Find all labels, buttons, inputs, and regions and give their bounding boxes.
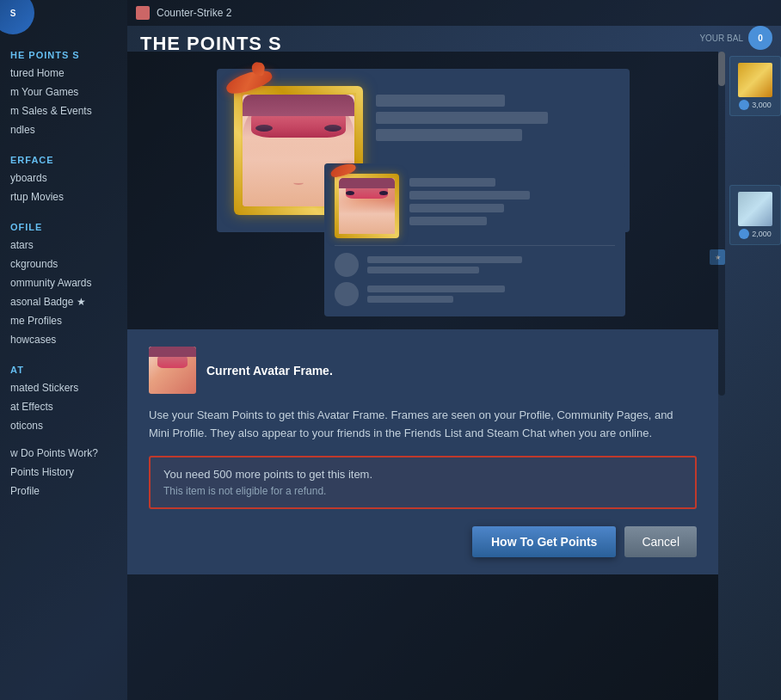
sidebar-item-startup-movies[interactable]: rtup Movies [0, 187, 127, 206]
sidebar-item-featured-home[interactable]: tured Home [0, 64, 127, 83]
scrollbar[interactable] [718, 52, 725, 396]
balance-area: YOUR BAL 0 [699, 26, 772, 50]
sidebar-item-keyboards[interactable]: yboards [0, 169, 127, 187]
bottom-lines-1 [367, 256, 522, 273]
right-panel: 3,000 ★ 2,000 [725, 52, 781, 249]
sidebar-item-chat-effects[interactable]: at Effects [0, 397, 127, 416]
sidebar-header-interface: ERFACE [0, 148, 127, 169]
sidebar-section-chat: AT mated Stickers at Effects oticons [0, 358, 127, 435]
bottom-circle-1 [335, 253, 359, 277]
profile-info-large [376, 86, 612, 141]
game-icon [136, 6, 150, 20]
game-title: Counter-Strike 2 [157, 7, 231, 19]
current-avatar-thumb [149, 347, 196, 394]
warning-main-text: You need 500 more points to get this ite… [163, 468, 682, 481]
sidebar-item-community-awards[interactable]: ommunity Awards [0, 273, 127, 292]
info-name [376, 95, 505, 107]
small-info-sub2 [409, 204, 504, 212]
balance-circle: 0 [748, 26, 772, 50]
sidebar-item-profile[interactable]: Profile [0, 482, 127, 500]
item-image-1 [738, 63, 772, 97]
sidebar-section-profile: OFILE atars ckgrounds ommunity Awards as… [0, 215, 127, 349]
info-sub2 [376, 129, 522, 141]
sidebar-item-game-profiles[interactable]: me Profiles [0, 311, 127, 330]
sidebar: S HE POINTS S tured Home m Your Games m … [0, 0, 127, 700]
sidebar-item-avatars[interactable]: atars [0, 236, 127, 255]
small-card-top [335, 174, 615, 238]
small-info-name [409, 178, 495, 187]
modal-content: Current Avatar Frame. Use your Steam Poi… [127, 329, 718, 574]
profile-card-small [324, 163, 625, 316]
sidebar-section-store: HE POINTS S tured Home m Your Games m Sa… [0, 43, 127, 139]
sidebar-item-how-do-points[interactable]: w Do Points Work? [0, 444, 127, 463]
item-price-2: 2,000 [752, 230, 772, 238]
price-bubble-1: 3,000 [739, 100, 772, 110]
bottom-row-1 [335, 253, 615, 277]
warning-box: You need 500 more points to get this ite… [149, 456, 697, 509]
bottom-line-1 [367, 256, 522, 263]
right-item-1[interactable]: 3,000 [729, 56, 781, 116]
sidebar-section-help: w Do Points Work? Points History Profile [0, 444, 127, 500]
steam-logo: S [0, 0, 34, 34]
bottom-row-2 [335, 282, 615, 306]
topbar: Counter-Strike 2 [127, 0, 781, 26]
dragon-ornament-small [330, 165, 356, 175]
small-info-sub3 [409, 217, 487, 225]
price-bubble-2: 2,000 [739, 229, 772, 239]
sidebar-header-profile: OFILE [0, 215, 127, 236]
how-to-get-points-button[interactable]: How To Get Points [472, 526, 616, 557]
right-item-2[interactable]: 2,000 [729, 185, 781, 245]
warning-sub-text: This item is not eligible for a refund. [163, 485, 682, 497]
avatar-image-small [339, 178, 395, 234]
small-card-bottom [335, 245, 615, 306]
sidebar-item-backgrounds[interactable]: ckgrounds [0, 255, 127, 273]
small-profile-info [409, 174, 615, 225]
bottom-line-2 [367, 267, 479, 273]
item-image-2 [738, 192, 772, 226]
sidebar-header-chat: AT [0, 358, 127, 378]
small-info-sub1 [409, 191, 530, 200]
scrollbar-thumb[interactable] [718, 52, 725, 86]
sidebar-item-your-games[interactable]: m Your Games [0, 83, 127, 101]
steam-logo-area: S [0, 0, 69, 39]
cancel-button[interactable]: Cancel [624, 526, 697, 557]
balance-label: YOUR BAL [699, 34, 743, 43]
sidebar-item-points-history[interactable]: Points History [0, 463, 127, 482]
sidebar-item-showcases[interactable]: howcases [0, 330, 127, 349]
modal-overlay: Current Avatar Frame. Use your Steam Poi… [127, 52, 718, 700]
balance-value: 0 [758, 34, 763, 43]
sidebar-item-animated-stickers[interactable]: mated Stickers [0, 378, 127, 397]
item-price-1: 3,000 [752, 101, 772, 109]
sidebar-item-sales[interactable]: m Sales & Events [0, 101, 127, 120]
current-frame-row: Current Avatar Frame. [149, 347, 697, 394]
price-dot-1 [739, 100, 749, 110]
dragon-ornament-large [225, 73, 277, 103]
sidebar-section-interface: ERFACE yboards rtup Movies [0, 148, 127, 206]
price-dot-2 [739, 229, 749, 239]
bottom-circle-2 [335, 282, 359, 306]
bottom-line-4 [367, 296, 453, 303]
current-frame-label: Current Avatar Frame. [206, 364, 333, 378]
sidebar-item-seasonal-badge[interactable]: asonal Badge ★ [0, 292, 127, 311]
small-card-offset [324, 163, 625, 316]
bottom-lines-2 [367, 286, 505, 303]
avatar-frame-small [335, 174, 399, 238]
sidebar-header-store: HE POINTS S [0, 43, 127, 64]
description-text: Use your Steam Points to get this Avatar… [149, 407, 697, 443]
button-row: How To Get Points Cancel [149, 526, 697, 557]
sidebar-item-emoticons[interactable]: oticons [0, 416, 127, 435]
info-sub1 [376, 112, 548, 124]
sidebar-item-bundles[interactable]: ndles [0, 120, 127, 139]
dragon-body [224, 65, 274, 98]
bottom-line-3 [367, 286, 505, 292]
